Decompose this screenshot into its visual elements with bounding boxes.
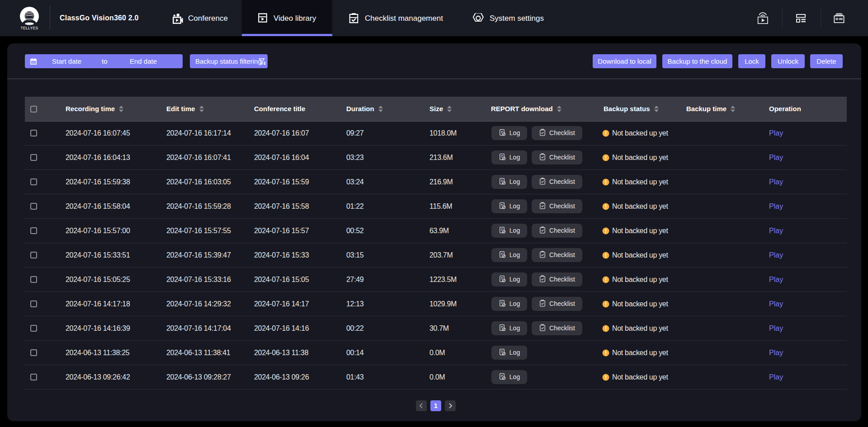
svg-text:TELLYES: TELLYES — [21, 26, 38, 30]
